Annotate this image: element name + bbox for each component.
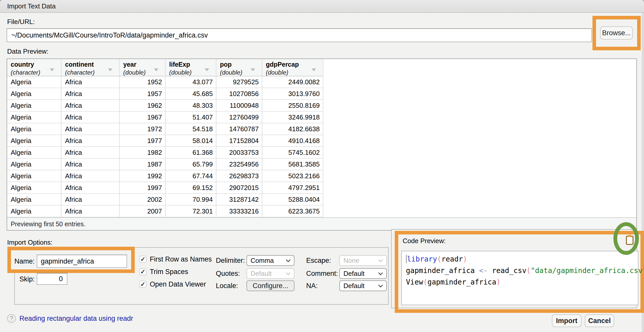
cell-year: 2007 [120, 206, 166, 217]
cell-year: 1997 [120, 182, 166, 193]
table-row: AlgeriaAfrica195745.685102708563013.9760 [7, 88, 323, 100]
cell-country: Algeria [7, 206, 61, 217]
cell-gdpPercap: 2449.0082 [262, 76, 323, 88]
table-row: AlgeriaAfrica196248.303110009482550.8169 [7, 100, 323, 112]
cancel-button[interactable]: Cancel [585, 314, 614, 327]
help-icon[interactable]: ? [7, 314, 16, 323]
delimiter-select[interactable]: Comma [246, 255, 294, 266]
cell-lifeExp: 58.014 [166, 135, 216, 146]
column-header-continent[interactable]: continent(character) [61, 59, 120, 76]
table-row: AlgeriaAfrica200270.994312871425288.0404 [7, 194, 323, 206]
cell-continent: Africa [61, 147, 120, 158]
code-token: View [406, 278, 423, 286]
checkbox-label: Trim Spaces [150, 268, 188, 276]
comment-value: Default [340, 270, 379, 278]
table-row: AlgeriaAfrica199267.744262983735023.2166 [7, 170, 323, 182]
cell-pop: 17152804 [216, 135, 262, 146]
dialog-titlebar: Import Text Data [0, 0, 644, 13]
checkbox-icon[interactable]: ✓ [139, 281, 146, 288]
code-line: View(gapminder_africa) [406, 276, 638, 288]
cell-gdpPercap: 3013.9760 [262, 88, 323, 99]
cell-year: 1992 [120, 170, 166, 182]
checkbox-label: Open Data Viewer [150, 280, 206, 288]
column-header-year[interactable]: year(double) [120, 59, 166, 76]
column-header-lifeExp[interactable]: lifeExp(double) [166, 59, 216, 76]
cell-year: 1967 [120, 112, 166, 123]
cell-continent: Africa [61, 170, 120, 182]
cell-country: Algeria [7, 112, 61, 123]
cell-pop: 14760787 [216, 123, 262, 135]
cell-year: 1957 [120, 88, 166, 99]
cell-year: 1982 [120, 147, 166, 158]
quotes-select: Default [246, 268, 294, 279]
cell-country: Algeria [7, 135, 61, 146]
checkbox-row[interactable]: ✓Open Data Viewer [139, 280, 212, 288]
cell-year: 1972 [120, 123, 166, 135]
column-menu-caret-icon[interactable] [50, 68, 54, 71]
cell-pop: 26298373 [216, 170, 262, 182]
cell-country: Algeria [7, 182, 61, 193]
code-token: ( [437, 255, 441, 263]
cell-continent: Africa [61, 123, 120, 135]
comment-select[interactable]: Default [339, 268, 387, 279]
cell-gdpPercap: 5681.3585 [262, 159, 323, 170]
table-row: AlgeriaAfrica197254.518147607874182.6638 [7, 123, 323, 135]
chevron-down-icon [286, 270, 290, 275]
code-token: gapminder_africa [406, 266, 479, 275]
na-value: Default [340, 282, 379, 290]
cell-year: 2002 [120, 194, 166, 205]
na-select[interactable]: Default [339, 280, 387, 291]
column-menu-caret-icon[interactable] [312, 68, 316, 71]
column-name: continent [61, 59, 119, 68]
name-input[interactable]: gapminder_africa [37, 255, 127, 268]
checkbox-icon[interactable]: ✓ [139, 256, 146, 263]
file-url-value: ~/Documents/McGill/Course/IntroToR/data/… [7, 31, 208, 39]
browse-highlight-annotation [592, 16, 641, 50]
table-row: AlgeriaAfrica200772.301333332166223.3675 [7, 206, 323, 217]
cell-continent: Africa [61, 194, 120, 205]
import-button[interactable]: Import [552, 314, 581, 327]
cell-lifeExp: 69.152 [166, 182, 216, 193]
cell-gdpPercap: 4182.6638 [262, 123, 323, 135]
code-token: gapminder_africa [427, 278, 496, 286]
code-line: gapminder_africa <- read_csv("data/gapmi… [406, 265, 638, 276]
cell-country: Algeria [7, 76, 61, 88]
table-header-row: country(character)continent(character)ye… [7, 59, 323, 76]
cell-year: 1977 [120, 135, 166, 146]
table-status-bar: Previewing first 50 entries. [7, 217, 636, 230]
table-row: AlgeriaAfrica197758.014171528044910.4168 [7, 135, 323, 147]
checkbox-row[interactable]: ✓Trim Spaces [139, 268, 212, 276]
column-menu-caret-icon[interactable] [108, 68, 113, 71]
cell-lifeExp: 48.303 [166, 100, 216, 111]
cell-pop: 10270856 [216, 88, 262, 99]
text-cursor [406, 255, 407, 263]
column-header-gdpPercap[interactable]: gdpPercap(double) [262, 59, 323, 76]
column-menu-caret-icon[interactable] [205, 68, 209, 71]
code-token: ) [496, 278, 501, 286]
import-text-data-dialog: Import Text Data File/URL: ~/Documents/M… [0, 0, 644, 332]
readr-help-link[interactable]: Reading rectangular data using readr [19, 314, 133, 323]
cell-continent: Africa [61, 206, 120, 217]
cell-gdpPercap: 5745.1602 [262, 147, 323, 158]
checkbox-row[interactable]: ✓First Row as Names [139, 255, 212, 263]
name-value: gapminder_africa [37, 257, 94, 265]
column-menu-caret-icon[interactable] [154, 68, 158, 71]
file-url-label: File/URL: [7, 18, 35, 26]
file-url-input[interactable]: ~/Documents/McGill/Course/IntroToR/data/… [7, 28, 592, 42]
cell-lifeExp: 51.407 [166, 112, 216, 123]
dialog-title: Import Text Data [7, 0, 644, 12]
chevron-down-icon [286, 257, 290, 262]
cell-lifeExp: 67.744 [166, 170, 216, 182]
table-row: AlgeriaAfrica198765.799232549565681.3585 [7, 159, 323, 170]
column-name: gdpPercap [262, 59, 323, 68]
locale-configure-button[interactable]: Configure... [246, 280, 294, 291]
column-menu-caret-icon[interactable] [251, 68, 255, 71]
table-row: AlgeriaAfrica198261.368200337535745.1602 [7, 147, 323, 159]
code-preview-textarea[interactable]: library(readr)gapminder_africa <- read_c… [401, 251, 638, 305]
column-header-pop[interactable]: pop(double) [216, 59, 262, 76]
column-header-country[interactable]: country(character) [7, 59, 61, 76]
cell-lifeExp: 54.518 [166, 123, 216, 135]
checkbox-icon[interactable]: ✓ [139, 268, 146, 275]
cell-country: Algeria [7, 194, 61, 205]
column-name: pop [216, 59, 262, 68]
